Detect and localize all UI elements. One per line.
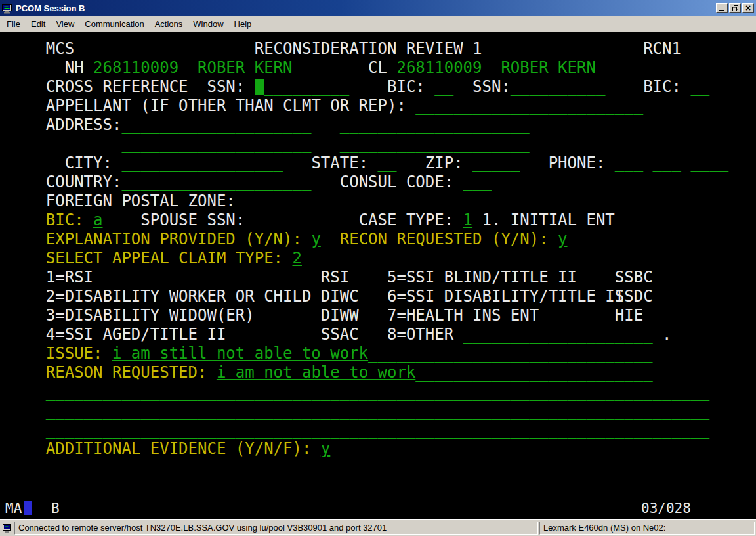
close-button[interactable]: × <box>742 3 754 13</box>
status-bar: Connected to remote server/host TN3270E.… <box>0 519 756 536</box>
printer-status: Lexmark E460dn (MS) on Ne02: <box>539 522 755 535</box>
terminal-screen[interactable]: MA B 03/028 MCSRECONSIDERATION REVIEW 1R… <box>0 32 756 519</box>
terminal-row: ISSUE:i am still not able to work_______… <box>0 344 756 363</box>
xref-bic-label: BIC: <box>387 78 425 97</box>
restore-icon <box>732 5 738 11</box>
claim-type-4-code: SSAC <box>321 325 359 344</box>
cross-reference-label: CROSS REFERENCE <box>46 78 188 97</box>
connection-icon <box>3 523 13 533</box>
issue-label: ISSUE: <box>46 344 103 363</box>
xref-ssn-label: SSN: <box>207 78 245 97</box>
terminal-row: ADDITIONAL EVIDENCE (Y/N/F):y <box>0 439 756 458</box>
additional-evidence-label: ADDITIONAL EVIDENCE (Y/N/F): <box>46 439 312 458</box>
xref-ssn-field[interactable]: _________ <box>264 78 349 97</box>
consul-code-label: CONSUL CODE: <box>340 173 453 192</box>
reason-field-pad[interactable]: _________________________ <box>415 363 652 382</box>
cl-label: CL <box>368 58 387 78</box>
terminal-cursor <box>255 79 264 95</box>
recon-requested-value[interactable]: y <box>558 230 567 249</box>
reason-continuation-field-2[interactable]: ________________________________________… <box>46 401 709 420</box>
claim-type-7-code: HIE <box>615 306 643 325</box>
oia-status-row: MA B 03/028 <box>0 499 756 518</box>
country-label: COUNTRY: <box>46 173 122 192</box>
menu-help[interactable]: Help <box>229 17 257 31</box>
oia-session-id: B <box>51 499 60 518</box>
cl-name: ROBER KERN <box>501 58 596 78</box>
screen-system-label: MCS <box>46 39 74 58</box>
terminal-row: REASON REQUESTED:i am not able to work__… <box>0 363 756 382</box>
terminal-row: FOREIGN POSTAL ZONE:_____________ <box>0 192 756 211</box>
terminal-row: APPELLANT (IF OTHER THAN CLMT OR REP):__… <box>0 97 756 116</box>
minimize-button[interactable] <box>716 3 728 13</box>
xref-bic-field[interactable]: __ <box>434 78 453 97</box>
terminal-row: NH268110009ROBER KERNCL268110009ROBER KE… <box>0 58 756 78</box>
spouse-ssn-field[interactable]: _________ <box>255 211 340 230</box>
terminal-row: 1=RSIRSI5=SSI BLIND/TITLE IISSBC <box>0 268 756 287</box>
explanation-provided-label: EXPLANATION PROVIDED (Y/N): <box>46 230 302 249</box>
phone-area-field[interactable]: ___ <box>615 154 643 173</box>
terminal-row: EXPLANATION PROVIDED (Y/N):yRECON REQUES… <box>0 230 756 249</box>
city-field[interactable]: _________________ <box>121 154 283 173</box>
phone-prefix-field[interactable]: ___ <box>653 154 681 173</box>
issue-field-pad[interactable]: ______________________________ <box>368 344 652 363</box>
restore-button[interactable] <box>729 3 741 13</box>
address-label: ADDRESS: <box>46 116 122 135</box>
explanation-provided-value[interactable]: y <box>311 230 320 249</box>
cl-ssn: 268110009 <box>396 58 482 78</box>
menu-communication[interactable]: Communication <box>79 17 149 31</box>
terminal-row: 4=SSI AGED/TITLE IISSAC8=OTHER__________… <box>0 325 756 344</box>
appeal-claim-type-value[interactable]: 2 <box>293 249 302 268</box>
foreign-postal-zone-field[interactable]: _____________ <box>245 192 368 211</box>
menu-file[interactable]: File <box>1 17 26 31</box>
oia-shift-indicator: MA <box>5 499 22 518</box>
terminal-row: ________________________________________… <box>0 420 756 439</box>
other-claim-type-field[interactable]: ____________________ <box>463 325 653 344</box>
menu-edit[interactable]: Edit <box>26 17 51 31</box>
terminal-row: SELECT APPEAL CLAIM TYPE:2_ <box>0 249 756 268</box>
minimize-icon <box>719 10 724 11</box>
additional-evidence-value[interactable]: y <box>321 439 330 458</box>
consul-code-field[interactable]: ___ <box>463 173 492 192</box>
terminal-row: ADDRESS:________________________________… <box>0 116 756 135</box>
claim-type-7-label: 7=HEALTH INS ENT <box>387 306 539 325</box>
oia-cursor-position: 03/028 <box>641 499 691 518</box>
claim-type-6-label: 6=SSI DISABILITY/TITLE II <box>387 287 624 306</box>
app-icon[interactable] <box>2 3 12 14</box>
country-field[interactable]: ____________________ <box>121 173 311 192</box>
claim-type-2-label: 2=DISABILITY WORKER OR CHILD <box>46 287 312 306</box>
claim-type-1-code: RSI <box>321 268 349 287</box>
xref-ssn2-field[interactable]: __________ <box>511 78 606 97</box>
address-line1-field[interactable]: ____________________ <box>121 116 311 135</box>
case-type-value[interactable]: 1 <box>463 211 472 230</box>
reason-requested-label: REASON REQUESTED: <box>46 363 207 382</box>
claim-type-6-code: SSDC <box>615 287 653 306</box>
connection-status: Connected to remote server/host TN3270E.… <box>14 522 538 535</box>
window-title: PCOM Session B <box>16 3 85 13</box>
recon-requested-label: RECON REQUESTED (Y/N): <box>340 230 549 249</box>
state-field[interactable]: __ <box>378 154 397 173</box>
case-type-description: 1. INITIAL ENT <box>482 211 615 230</box>
address-line2-field[interactable]: ____________________ <box>340 116 530 135</box>
reason-continuation-field-1[interactable]: ________________________________________… <box>46 382 709 401</box>
appellant-field[interactable]: ________________________ <box>415 97 643 116</box>
nh-label: NH <box>65 58 84 78</box>
claim-type-4-label: 4=SSI AGED/TITLE II <box>46 325 226 344</box>
terminal-row: CITY:_________________STATE:__ZIP:_____P… <box>0 154 756 173</box>
appeal-claim-type-extra-field[interactable]: _ <box>311 249 320 268</box>
menu-window[interactable]: Window <box>188 17 228 31</box>
phone-line-field[interactable]: ____ <box>690 154 728 173</box>
reason-requested-value[interactable]: i am not able to work <box>217 363 415 382</box>
terminal-row: MCSRECONSIDERATION REVIEW 1RCN1 <box>0 39 756 58</box>
bic-value[interactable]: a <box>93 211 102 230</box>
bic-field-pad[interactable]: _ <box>103 211 112 230</box>
title-bar: PCOM Session B × <box>0 0 756 16</box>
xref-bic2-field[interactable]: __ <box>690 78 709 97</box>
city-label: CITY: <box>65 154 112 173</box>
address-line4-field[interactable]: ____________________ <box>340 135 530 154</box>
menu-view[interactable]: View <box>51 17 79 31</box>
issue-value[interactable]: i am still not able to work <box>112 344 368 363</box>
address-line3-field[interactable]: ____________________ <box>121 135 311 154</box>
zip-field[interactable]: _____ <box>472 154 520 173</box>
reason-continuation-field-3[interactable]: ________________________________________… <box>46 420 709 439</box>
menu-actions[interactable]: Actions <box>150 17 188 31</box>
